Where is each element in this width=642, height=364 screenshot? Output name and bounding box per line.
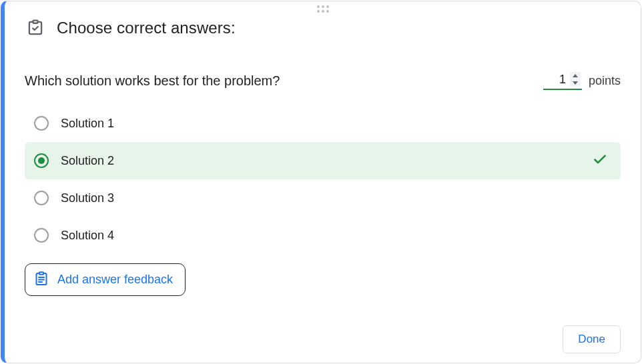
check-icon (591, 151, 611, 171)
option-row[interactable]: Solution 1 (25, 105, 621, 142)
question-text: Which solution works best for the proble… (25, 73, 280, 89)
clipboard-list-icon (33, 271, 49, 289)
option-row[interactable]: Solution 4 (25, 217, 621, 254)
points-group: points (543, 72, 621, 90)
points-stepper (570, 72, 581, 87)
add-answer-feedback-label: Add answer feedback (57, 273, 173, 287)
points-input[interactable] (547, 73, 566, 87)
svg-rect-1 (33, 21, 38, 23)
option-label: Solution 4 (61, 229, 611, 243)
svg-rect-3 (39, 272, 43, 275)
radio-icon (34, 228, 49, 243)
option-row[interactable]: Solution 2 (25, 142, 621, 179)
radio-icon (34, 153, 49, 168)
card-footer: Done (5, 316, 641, 364)
points-label: points (589, 74, 621, 88)
option-label: Solution 2 (61, 154, 579, 168)
done-button[interactable]: Done (563, 325, 621, 353)
card-title: Choose correct answers: (57, 19, 236, 37)
checkbox-clipboard-icon (26, 19, 45, 37)
points-step-up[interactable] (570, 72, 581, 79)
radio-icon (34, 116, 49, 131)
option-label: Solution 3 (61, 191, 611, 205)
add-answer-feedback-button[interactable]: Add answer feedback (25, 263, 186, 296)
option-label: Solution 1 (61, 117, 611, 131)
card-body: Which solution works best for the proble… (5, 53, 641, 303)
question-row: Which solution works best for the proble… (25, 72, 621, 90)
drag-handle-icon[interactable] (317, 5, 329, 13)
radio-icon (34, 191, 49, 205)
points-step-down[interactable] (570, 79, 581, 87)
option-row[interactable]: Solution 3 (25, 179, 621, 217)
answer-key-card: Choose correct answers: Which solution w… (1, 1, 641, 363)
points-input-wrap (543, 72, 582, 90)
options-list: Solution 1 Solution 2 Solution 3 Solutio… (25, 105, 621, 254)
